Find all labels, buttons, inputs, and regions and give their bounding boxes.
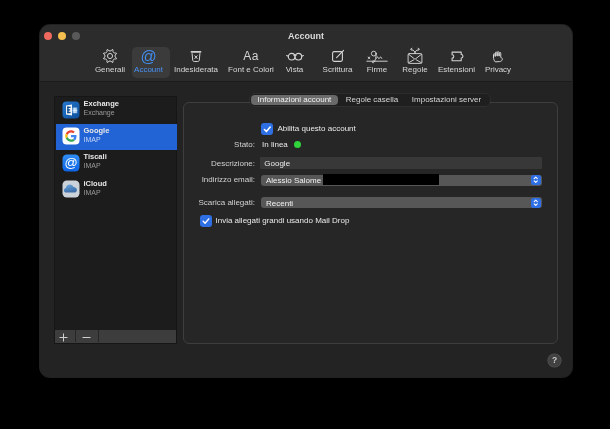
- svg-text:@: @: [64, 155, 77, 170]
